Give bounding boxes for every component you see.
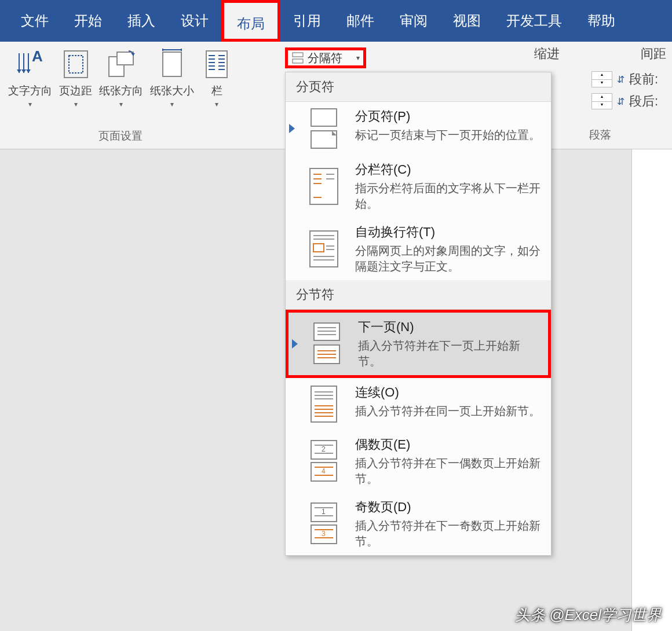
svg-text:2: 2 bbox=[322, 445, 326, 453]
orientation-icon bbox=[105, 49, 137, 80]
chevron-down-icon: ▾ bbox=[74, 100, 78, 108]
dd-title: 奇数页(D) bbox=[355, 498, 543, 516]
tab-layout[interactable]: 布局 bbox=[221, 0, 280, 42]
continuous-icon bbox=[303, 384, 345, 424]
dd-title: 自动换行符(T) bbox=[355, 223, 543, 241]
svg-rect-17 bbox=[293, 53, 303, 57]
spacing-after-icon: ⇵ bbox=[617, 96, 624, 107]
breaks-icon bbox=[291, 52, 304, 64]
dd-desc: 插入分节符并在下一奇数页上开始新节。 bbox=[355, 518, 543, 549]
dd-desc: 插入分节符并在下一偶数页上开始新节。 bbox=[355, 456, 543, 487]
group-name-page-setup: 页面设置 bbox=[98, 125, 143, 147]
ribbon-tabs: 文件 开始 插入 设计 布局 引用 邮件 审阅 视图 开发工具 帮助 bbox=[0, 0, 672, 42]
dd-item-odd-page[interactable]: 13 奇数页(D) 插入分节符并在下一奇数页上开始新节。 bbox=[286, 493, 551, 555]
tab-design[interactable]: 设计 bbox=[168, 0, 221, 42]
dd-item-text-wrap-break[interactable]: 自动换行符(T) 分隔网页上的对象周围的文字，如分隔题注文字与正文。 bbox=[286, 218, 551, 280]
chevron-down-icon: ▾ bbox=[28, 100, 32, 108]
spacing-header: 间距 bbox=[641, 45, 666, 63]
svg-rect-5 bbox=[163, 52, 181, 76]
svg-rect-6 bbox=[206, 51, 227, 78]
dd-title: 下一页(N) bbox=[358, 318, 540, 336]
orientation-button[interactable]: 纸张方向 ▾ bbox=[97, 46, 145, 125]
group-name-paragraph: 段落 bbox=[534, 124, 666, 146]
spacing-before-icon: ⇵ bbox=[617, 74, 624, 85]
document-page-edge bbox=[631, 149, 672, 631]
dd-desc: 标记一页结束与下一页开始的位置。 bbox=[355, 127, 543, 143]
tab-insert[interactable]: 插入 bbox=[115, 0, 168, 42]
breaks-button[interactable]: 分隔符 ▾ bbox=[285, 47, 366, 68]
spinner-after[interactable]: ▴▾ bbox=[591, 93, 612, 109]
tab-review[interactable]: 审阅 bbox=[387, 0, 440, 42]
column-break-icon bbox=[303, 161, 345, 212]
dd-desc: 插入分节符并在下一页上开始新节。 bbox=[358, 338, 540, 369]
dd-item-next-page[interactable]: 下一页(N) 插入分节符并在下一页上开始新节。 bbox=[286, 310, 551, 378]
spacing-before-label: 段前: bbox=[629, 71, 658, 88]
columns-button[interactable]: 栏 ▾ bbox=[199, 46, 235, 125]
tab-help[interactable]: 帮助 bbox=[575, 0, 628, 42]
svg-text:3: 3 bbox=[322, 530, 326, 538]
svg-rect-4 bbox=[117, 52, 133, 65]
svg-rect-1 bbox=[64, 51, 87, 78]
svg-text:4: 4 bbox=[322, 467, 326, 475]
dd-header-page-breaks: 分页符 bbox=[286, 72, 551, 102]
triangle-marker-icon bbox=[292, 339, 298, 348]
svg-rect-18 bbox=[293, 59, 303, 63]
dd-title: 连续(O) bbox=[355, 384, 543, 401]
text-direction-icon: A bbox=[14, 49, 46, 80]
page-break-icon bbox=[303, 108, 345, 149]
chevron-down-icon: ▾ bbox=[119, 100, 123, 108]
tab-view[interactable]: 视图 bbox=[440, 0, 494, 42]
svg-text:1: 1 bbox=[322, 508, 326, 516]
dd-desc: 指示分栏符后面的文字将从下一栏开始。 bbox=[355, 181, 543, 212]
margins-icon bbox=[60, 49, 92, 80]
svg-text:A: A bbox=[32, 49, 43, 65]
dd-item-page-break[interactable]: 分页符(P) 标记一页结束与下一页开始的位置。 bbox=[286, 102, 551, 155]
chevron-down-icon: ▾ bbox=[170, 100, 174, 108]
breaks-dropdown: 分页符 分页符(P) 标记一页结束与下一页开始的位置。 分栏符(C) 指示分栏符… bbox=[285, 72, 552, 556]
indent-header: 缩进 bbox=[534, 45, 560, 63]
chevron-down-icon: ▾ bbox=[215, 100, 218, 108]
chevron-down-icon: ▾ bbox=[356, 54, 360, 62]
text-direction-button[interactable]: A 文字方向 ▾ bbox=[6, 46, 54, 125]
tab-home[interactable]: 开始 bbox=[61, 0, 115, 42]
dd-item-continuous[interactable]: 连续(O) 插入分节符并在同一页上开始新节。 bbox=[286, 378, 551, 430]
odd-page-icon: 13 bbox=[303, 498, 345, 549]
dd-item-even-page[interactable]: 24 偶数页(E) 插入分节符并在下一偶数页上开始新节。 bbox=[286, 430, 551, 493]
dd-title: 分页符(P) bbox=[355, 108, 543, 125]
even-page-icon: 24 bbox=[303, 436, 345, 487]
dd-title: 偶数页(E) bbox=[355, 436, 543, 453]
tab-devtools[interactable]: 开发工具 bbox=[494, 0, 575, 42]
dd-title: 分栏符(C) bbox=[355, 161, 543, 178]
triangle-marker-icon bbox=[289, 124, 295, 133]
tab-file[interactable]: 文件 bbox=[8, 0, 61, 42]
svg-rect-2 bbox=[69, 56, 83, 73]
dd-item-column-break[interactable]: 分栏符(C) 指示分栏符后面的文字将从下一栏开始。 bbox=[286, 155, 551, 218]
group-page-setup: A 文字方向 ▾ 页边距 ▾ 纸张方向 ▾ bbox=[0, 42, 240, 149]
spinner-before[interactable]: ▴▾ bbox=[591, 71, 612, 87]
size-icon bbox=[156, 49, 188, 80]
dd-desc: 分隔网页上的对象周围的文字，如分隔题注文字与正文。 bbox=[355, 243, 543, 274]
size-button[interactable]: 纸张大小 ▾ bbox=[148, 46, 196, 125]
svg-rect-19 bbox=[311, 109, 337, 126]
columns-icon bbox=[201, 49, 232, 80]
tab-references[interactable]: 引用 bbox=[280, 0, 334, 42]
wrap-break-icon bbox=[303, 223, 345, 274]
tab-mailings[interactable]: 邮件 bbox=[334, 0, 387, 42]
watermark-text: 头条 @Excel学习世界 bbox=[515, 605, 662, 625]
dd-header-section-breaks: 分节符 bbox=[286, 280, 551, 310]
dd-desc: 插入分节符并在同一页上开始新节。 bbox=[355, 403, 543, 419]
spacing-after-label: 段后: bbox=[629, 93, 658, 110]
margins-button[interactable]: 页边距 ▾ bbox=[57, 46, 94, 125]
next-page-icon bbox=[306, 318, 348, 369]
